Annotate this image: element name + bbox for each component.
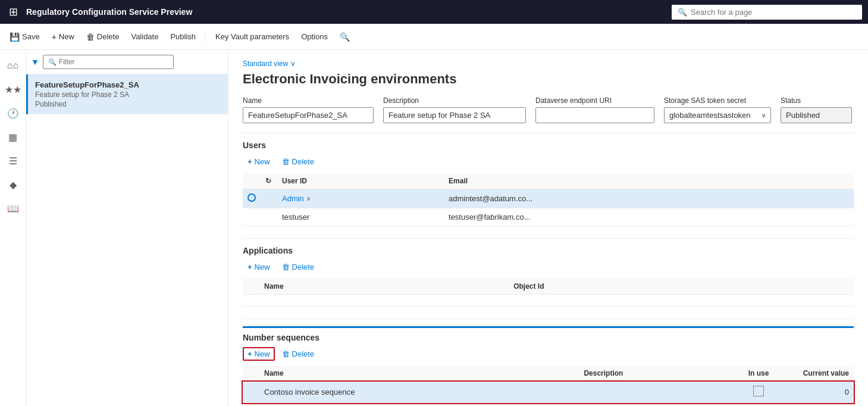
list-item-subtitle: Feature setup for Phase 2 SA [35,90,221,99]
applications-toolbar: + New 🗑 Delete [243,260,854,274]
status-input [781,107,852,123]
validate-button[interactable]: Validate [126,29,163,45]
user-email: admintest@adatum.co... [444,189,854,208]
home-icon: ⌂ [7,60,18,71]
seq-inuse: ✓ [735,403,782,407]
description-input[interactable] [383,107,526,123]
users-col-radio [243,173,261,189]
user-id-value: testuser [277,208,444,226]
publish-button[interactable]: Publish [165,29,200,45]
users-section: Users + New 🗑 Delete ↻ User ID Em [243,140,854,226]
list-item[interactable]: FeatureSetupForPhase2_SA Feature setup f… [26,74,228,114]
dataverse-label: Dataverse endpoint URI [535,96,654,105]
description-label: Description [383,96,526,105]
filter-search-icon: 🔍 [48,58,57,66]
table-row[interactable]: Contoso invoice sequence 0 [243,382,854,403]
seq-description [579,403,735,407]
chevron-down-icon: ∨ [290,60,296,68]
users-new-plus-icon: + [247,157,252,166]
options-button[interactable]: Options [296,29,333,45]
table-row [243,295,854,307]
number-sequences-new-button[interactable]: + New [243,347,275,361]
dataverse-input[interactable] [535,107,654,123]
sidebar-item-book[interactable]: 📖 [2,198,24,219]
delete-button[interactable]: 🗑 Delete [82,29,124,45]
seq-currentval: 43 [782,403,854,407]
left-panel: ▼ 🔍 FeatureSetupForPhase2_SA Feature set… [26,50,228,406]
name-input[interactable] [243,107,374,123]
table-row[interactable]: Admin ∨ admintest@adatum.co... [243,189,854,208]
seq-col-name: Name [259,366,579,382]
inuse-checkbox[interactable] [753,386,764,396]
status-field: Status [781,96,852,123]
search-bar[interactable]: 🔍 [672,5,862,20]
users-toolbar: + New 🗑 Delete [243,155,854,168]
storage-label: Storage SAS token secret [664,96,771,105]
list-item-status: Published [35,100,221,108]
applications-section: Applications + New 🗑 Delete Name Object … [243,246,854,307]
seq-inuse [735,382,782,403]
search-cmd-button[interactable]: 🔍 [335,29,355,45]
radio-button[interactable] [247,193,256,202]
user-link[interactable]: Admin ∨ [282,194,439,203]
star-icon: ★ [5,84,21,95]
number-sequences-toolbar: + New 🗑 Delete [243,347,854,361]
menu-icon: ☰ [9,155,17,167]
save-button[interactable]: 💾 Save [5,29,45,45]
filter-input[interactable] [59,58,168,66]
name-field: Name [243,96,374,123]
app-title: Regulatory Configuration Service Preview [26,7,666,17]
key-vault-button[interactable]: Key Vault parameters [211,29,294,45]
seq-name: Contoso invoice sequence [259,382,579,403]
storage-field: Storage SAS token secret globalteamtests… [664,96,771,123]
view-label[interactable]: Standard view ∨ [243,60,854,68]
search-input[interactable] [691,8,856,17]
list-item-title: FeatureSetupForPhase2_SA [35,80,221,89]
sidebar-item-recent[interactable]: 🕐 [2,102,24,124]
grid-menu-button[interactable] [6,5,20,19]
filter-icon: ▼ [31,57,39,67]
applications-new-button[interactable]: + New [243,260,275,274]
sidebar-item-favorites[interactable]: ★ [2,79,24,100]
select-chevron-icon: ∨ [762,112,766,118]
user-id-value: Admin [282,194,304,203]
users-delete-button[interactable]: 🗑 Delete [277,155,319,168]
filter-bar: ▼ 🔍 [26,50,228,74]
filter-input-wrapper[interactable]: 🔍 [43,55,174,69]
users-new-button[interactable]: + New [243,155,275,168]
new-button[interactable]: + New [47,29,79,45]
sidebar-item-modules[interactable]: ☰ [2,150,24,171]
app-col-name: Name [259,279,509,295]
side-nav: ⌂ ★ 🕐 ▦ ☰ ◆ 📖 [0,50,26,406]
table-row[interactable]: testuser testuser@fabrikam.co... [243,208,854,226]
command-bar: 💾 Save + New 🗑 Delete Validate Publish K… [0,24,868,50]
divider-3 [243,318,854,319]
table-row[interactable]: Counter ✓ 43 [243,403,854,407]
app-col-radio [243,279,259,295]
sidebar-item-diamond[interactable]: ◆ [2,174,24,195]
divider-1 [243,133,854,133]
number-sequences-table: Name Description In use Current value Co… [243,366,854,406]
app-col-objectid: Object Id [509,279,854,295]
diamond-icon: ◆ [10,179,17,190]
number-sequences-title: Number sequences [243,333,854,342]
divider-2 [243,238,854,239]
plus-icon: + [52,32,57,42]
sidebar-item-home[interactable]: ⌂ [2,55,24,76]
applications-table: Name Object Id [243,279,854,307]
sidebar-item-workspaces[interactable]: ▦ [2,126,24,148]
name-label: Name [243,96,374,105]
grid-nav-icon: ▦ [8,132,17,143]
search-cmd-icon: 🔍 [340,32,350,42]
storage-select[interactable]: globalteamtestsastoken ∨ [664,107,771,123]
applications-section-title: Applications [243,246,854,255]
users-col-refresh: ↻ [261,173,277,189]
number-sequences-delete-button[interactable]: 🗑 Delete [277,347,319,361]
applications-delete-button[interactable]: 🗑 Delete [277,260,319,274]
seq-currentval: 0 [782,382,854,403]
num-seq-plus-icon: + [247,349,252,358]
seq-col-inuse: In use [735,366,782,382]
form-row: Name Description Dataverse endpoint URI … [243,96,854,123]
search-icon: 🔍 [678,8,687,17]
seq-description [579,382,735,403]
